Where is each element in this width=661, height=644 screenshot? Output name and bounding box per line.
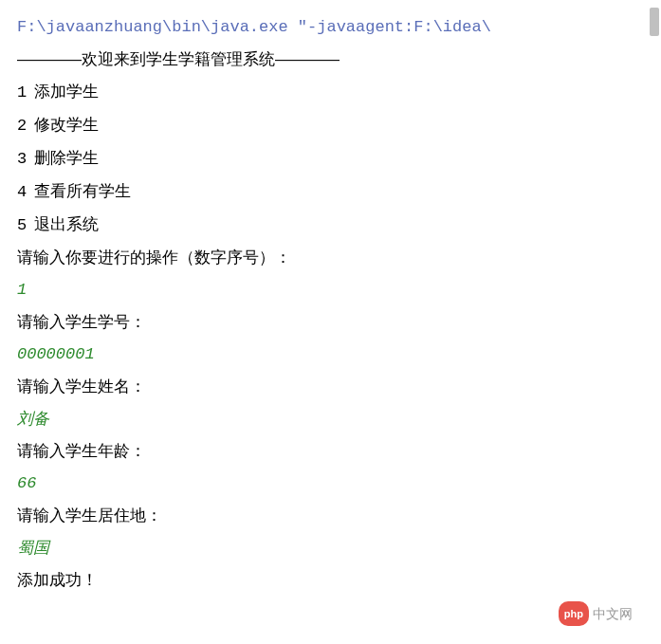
menu-num: 2 (17, 117, 27, 135)
input-student-id: 00000001 (17, 339, 644, 371)
result-message: 添加成功！ (17, 564, 644, 597)
menu-num: 3 (17, 150, 27, 168)
prompt-student-age: 请输入学生年龄： (17, 435, 644, 468)
prompt-choose: 请输入你要进行的操作（数字序号）： (17, 242, 644, 274)
menu-label: 退出系统 (34, 215, 99, 233)
menu-item-view: 4查看所有学生 (17, 175, 644, 209)
menu-label: 查看所有学生 (34, 182, 131, 200)
input-student-age: 66 (17, 468, 644, 500)
menu-num: 5 (17, 216, 27, 234)
menu-label: 添加学生 (34, 83, 99, 101)
watermark: php 中文网 (559, 600, 633, 627)
menu-num: 4 (17, 183, 27, 201)
menu-item-exit: 5退出系统 (17, 209, 644, 242)
input-student-addr: 蜀国 (17, 532, 644, 564)
welcome-header: ————欢迎来到学生学籍管理系统———— (17, 44, 644, 76)
prompt-student-id: 请输入学生学号： (17, 306, 644, 339)
command-line: F:\javaanzhuang\bin\java.exe "-javaagent… (17, 11, 644, 44)
menu-item-edit: 2修改学生 (17, 109, 644, 142)
menu-label: 修改学生 (34, 116, 99, 134)
scrollbar-thumb[interactable] (650, 8, 659, 36)
watermark-badge: php (559, 601, 589, 626)
input-choice: 1 (17, 274, 644, 306)
menu-label: 删除学生 (34, 149, 99, 167)
menu-num: 1 (17, 83, 27, 101)
menu-item-delete: 3删除学生 (17, 142, 644, 175)
prompt-student-name: 请输入学生姓名： (17, 371, 644, 403)
prompt-student-addr: 请输入学生居住地： (17, 500, 644, 532)
input-student-name: 刘备 (17, 403, 644, 435)
menu-item-add: 1添加学生 (17, 76, 644, 109)
watermark-text: 中文网 (593, 600, 633, 627)
